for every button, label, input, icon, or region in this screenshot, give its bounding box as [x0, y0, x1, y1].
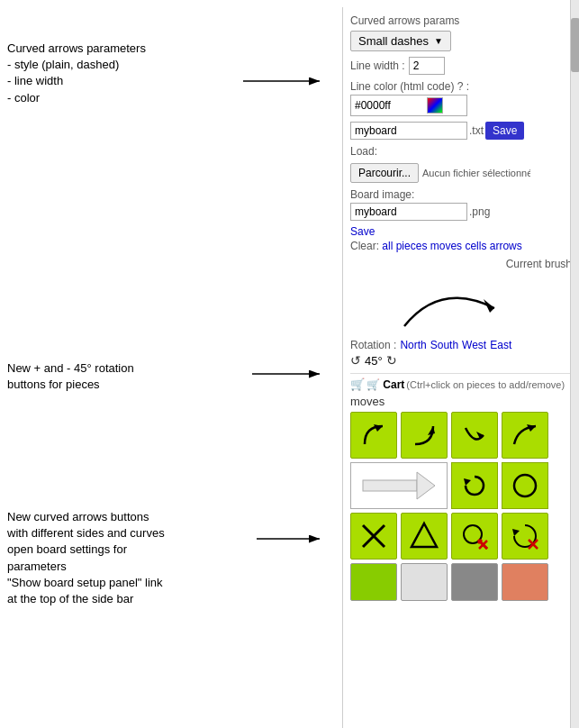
- chevron-down-icon: ▼: [434, 36, 443, 46]
- rotation-south-link[interactable]: South: [430, 339, 458, 351]
- line-width-label: Line width :: [350, 59, 405, 72]
- no-file-text: Aucun fichier sélectionné: [422, 168, 530, 178]
- line-color-label: Line color (html code) ? :: [350, 80, 572, 93]
- curve-btn-4[interactable]: [502, 412, 548, 459]
- rotation-text: New + and - 45° rotation buttons for pie…: [7, 361, 134, 391]
- scrollbar-thumb[interactable]: [571, 18, 579, 72]
- curve-btn-2[interactable]: [401, 412, 448, 459]
- color-input-row: [350, 95, 572, 116]
- rotation-east-link[interactable]: East: [490, 339, 511, 351]
- txt-label: .txt: [469, 124, 484, 137]
- curved-arrows-annotation: Curved arrows parameters - style (plain,…: [7, 41, 250, 106]
- small-dashes-dropdown[interactable]: Small dashes ▼: [350, 31, 451, 51]
- svg-marker-17: [412, 523, 437, 547]
- clear-row: Clear: all pieces moves cells arrows: [350, 240, 572, 252]
- clear-cells-link[interactable]: cells: [465, 240, 486, 252]
- moves-label: moves: [350, 395, 572, 408]
- rotate-arrow-btn[interactable]: [451, 462, 498, 509]
- rotation-deg-row: ↺ 45° ↻: [350, 353, 572, 368]
- clear-label: Clear:: [350, 240, 379, 252]
- svg-marker-12: [417, 472, 435, 499]
- rotate-ccw-icon[interactable]: ↺: [350, 353, 361, 368]
- color-picker-icon[interactable]: [427, 97, 443, 114]
- cart-icon: 🛒: [350, 378, 365, 391]
- line-width-row: Line width :: [350, 57, 572, 75]
- save-link[interactable]: Save: [350, 225, 375, 238]
- swatch-light-gray[interactable]: [401, 563, 448, 601]
- curve-btn-3[interactable]: [451, 412, 498, 459]
- rotate-cw-icon[interactable]: ↻: [386, 353, 397, 368]
- png-label: .png: [469, 205, 490, 218]
- row2-grid: [350, 462, 572, 509]
- new-curved-annotation: New curved arrows buttons with different…: [7, 509, 259, 607]
- current-brush-label: Current brush: [350, 258, 572, 270]
- load-text: Load:: [350, 145, 377, 158]
- wide-arrow-btn[interactable]: [350, 462, 448, 509]
- load-row: Parcourir... Aucun fichier sélectionné: [350, 163, 572, 183]
- board-image-row: .png: [350, 203, 572, 221]
- color-input-wrap: [350, 95, 467, 116]
- circle-x-btn[interactable]: [451, 513, 498, 560]
- clear-arrows-link[interactable]: arrows: [490, 240, 522, 252]
- clear-all-pieces-link[interactable]: all pieces: [382, 240, 427, 252]
- save-filename-row: .txt Save: [350, 122, 572, 140]
- rotation-annotation: New + and - 45° rotation buttons for pie…: [7, 360, 259, 393]
- color-input[interactable]: [355, 99, 427, 112]
- board-image-label: Board image:: [350, 188, 572, 201]
- board-image-input[interactable]: [350, 203, 467, 221]
- rotation-deg-label: 45°: [365, 354, 383, 368]
- rotation-label: Rotation :: [350, 339, 396, 351]
- rotation-north-link[interactable]: North: [400, 339, 426, 351]
- curved-arrows-params-label: Curved arrows params: [350, 14, 572, 27]
- brush-arrow-svg: [350, 272, 557, 335]
- parcourir-button[interactable]: Parcourir...: [350, 163, 419, 183]
- cart-label: 🛒 Cart: [366, 378, 404, 391]
- cart-section: 🛒 🛒 Cart (Ctrl+click on pieces to add/re…: [350, 373, 572, 391]
- dropdown-label: Small dashes: [358, 34, 429, 48]
- rotation-west-link[interactable]: West: [462, 339, 486, 351]
- new-curved-text: New curved arrows buttons with different…: [7, 510, 165, 605]
- svg-marker-13: [464, 478, 471, 486]
- brush-arrow-area: [350, 272, 572, 335]
- rotate-x-btn[interactable]: [502, 513, 548, 560]
- svg-rect-11: [363, 480, 417, 491]
- x-btn[interactable]: [350, 513, 397, 560]
- circle-btn[interactable]: [502, 462, 548, 509]
- load-label: Load:: [350, 145, 572, 158]
- scrollbar[interactable]: [570, 0, 579, 728]
- clear-moves-link[interactable]: moves: [430, 240, 462, 252]
- curve-btn-1[interactable]: [350, 412, 397, 459]
- svg-marker-23: [512, 529, 520, 536]
- swatch-salmon[interactable]: [502, 563, 548, 601]
- line-width-input[interactable]: [409, 57, 445, 75]
- svg-point-14: [514, 475, 536, 496]
- triangle-btn[interactable]: [401, 513, 448, 560]
- row3-grid: [350, 513, 572, 560]
- save-filename-input[interactable]: [350, 122, 467, 140]
- curved-arrows-text: Curved arrows parameters - style (plain,…: [7, 41, 146, 105]
- color-swatches-row: [350, 563, 572, 601]
- svg-marker-6: [484, 299, 494, 313]
- swatch-green[interactable]: [350, 563, 397, 601]
- curved-arrows-grid-row1: [350, 412, 572, 459]
- swatch-dark-gray[interactable]: [451, 563, 498, 601]
- save-button[interactable]: Save: [485, 122, 524, 140]
- cart-hint: (Ctrl+click on pieces to add/remove): [406, 379, 565, 390]
- rotation-section: Rotation : North South West East ↺ 45° ↻: [350, 339, 572, 368]
